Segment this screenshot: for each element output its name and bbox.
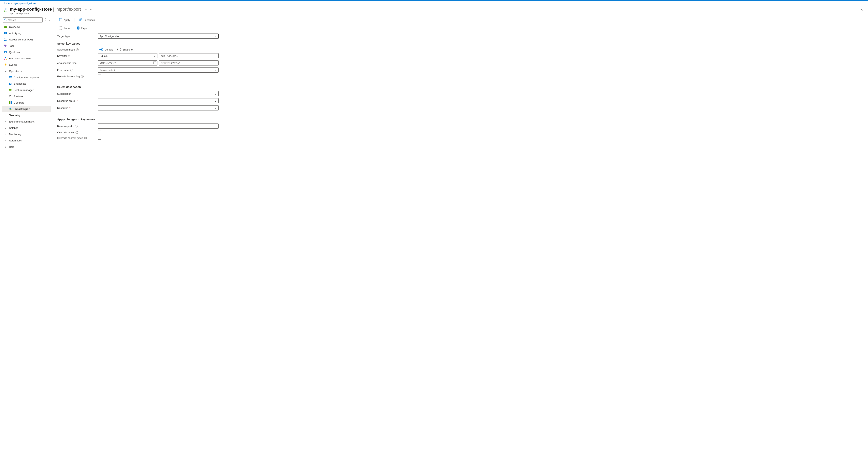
nav-compare[interactable]: Compare — [2, 99, 51, 106]
remove-prefix-label: Remove prefixi — [57, 125, 98, 128]
resource-group-select[interactable]: ⌄ — [98, 98, 219, 103]
import-export-icon — [3, 7, 8, 13]
info-icon[interactable]: i — [78, 62, 80, 64]
info-icon[interactable]: i — [70, 69, 73, 71]
favorite-star-icon[interactable]: ☆ — [85, 8, 87, 11]
sidebar: « Overview Activity log Access control (… — [2, 17, 51, 150]
breadcrumb-resource[interactable]: my-app-config-store — [13, 2, 36, 5]
override-labels-label: Override labelsi — [57, 131, 98, 134]
collapse-sidebar-icon[interactable]: « — [49, 18, 51, 22]
svg-point-6 — [4, 38, 5, 39]
svg-point-11 — [9, 76, 10, 77]
nav-settings[interactable]: › Settings — [2, 125, 51, 131]
radio-checked-icon — [76, 26, 80, 30]
date-input[interactable] — [98, 60, 157, 65]
nav-iam[interactable]: Access control (IAM) — [2, 36, 51, 42]
nav-restore[interactable]: Restore — [2, 93, 51, 99]
time-text[interactable] — [161, 62, 213, 64]
info-icon[interactable]: i — [81, 75, 84, 78]
selection-default-radio[interactable]: Default — [99, 48, 113, 51]
info-icon[interactable]: i — [75, 125, 78, 127]
activity-log-icon — [4, 32, 7, 35]
export-radio[interactable]: Export — [76, 26, 89, 30]
exclude-ff-label: Exclude feature flagi — [57, 75, 98, 78]
breadcrumb-home[interactable]: Home — [3, 2, 10, 5]
feedback-icon — [79, 18, 82, 22]
target-type-select[interactable]: App Configuration ⌄ — [98, 34, 219, 39]
nav-events[interactable]: Events — [2, 62, 51, 68]
chevron-down-icon: ⌄ — [215, 99, 217, 102]
nav-monitoring[interactable]: › Monitoring — [2, 131, 51, 137]
chevron-down-icon: ⌄ — [215, 35, 217, 38]
nav-config-explorer[interactable]: Configuration explorer — [2, 74, 51, 81]
feedback-button[interactable]: Feedback — [78, 18, 96, 22]
at-time-label: At a specific timei — [57, 62, 98, 64]
subscription-label: Subscription * — [57, 92, 98, 95]
from-label-label: From labeli — [57, 69, 98, 72]
nav-overview[interactable]: Overview — [2, 24, 51, 30]
import-radio[interactable]: Import — [59, 26, 71, 30]
page-title-section: Import/export — [55, 7, 81, 12]
date-text[interactable] — [100, 62, 152, 64]
svg-point-24 — [80, 19, 81, 20]
svg-rect-2 — [4, 26, 7, 28]
target-type-value: App Configuration — [100, 35, 120, 38]
key-filter-input[interactable] — [159, 53, 219, 58]
nav-experimentation[interactable]: › Experimentation (New) — [2, 118, 51, 125]
key-filter-text[interactable] — [161, 55, 213, 57]
exclude-ff-checkbox[interactable] — [98, 74, 101, 78]
resource-label: Resource * — [57, 106, 98, 110]
nav-quick-start[interactable]: Quick start — [2, 49, 51, 55]
nav-operations[interactable]: ⌄ Operations — [2, 68, 51, 74]
nav-import-export[interactable]: Import/export — [2, 106, 51, 112]
nav-telemetry[interactable]: › Telemetry — [2, 112, 51, 118]
tags-icon — [4, 44, 7, 48]
nav-feature-manager[interactable]: Feature manager — [2, 87, 51, 93]
svg-rect-22 — [59, 18, 62, 21]
svg-rect-14 — [10, 78, 12, 78]
override-ct-checkbox[interactable] — [98, 136, 101, 140]
override-labels-checkbox[interactable] — [98, 131, 101, 134]
info-icon[interactable]: i — [84, 137, 87, 139]
calendar-icon[interactable] — [153, 61, 156, 65]
from-label-select[interactable]: Please select ⌄ — [98, 67, 219, 72]
info-icon[interactable]: i — [68, 55, 71, 57]
close-button[interactable]: ✕ — [858, 7, 865, 13]
expand-collapse-icon[interactable] — [44, 18, 47, 22]
sidebar-search[interactable] — [3, 18, 42, 23]
nav-label: Activity log — [9, 32, 50, 35]
subscription-select[interactable]: ⌄ — [98, 91, 219, 96]
svg-rect-12 — [10, 76, 12, 77]
nav-automation[interactable]: › Automation — [2, 137, 51, 144]
time-input[interactable] — [159, 60, 219, 65]
nav-label: Settings — [9, 126, 50, 129]
export-label: Export — [81, 27, 89, 30]
nav-label: Tags — [9, 44, 50, 48]
remove-prefix-input[interactable] — [98, 123, 219, 129]
nav-resource-visualizer[interactable]: Resource visualizer — [2, 55, 51, 62]
svg-point-7 — [6, 39, 6, 39]
chevron-down-icon: ⌄ — [215, 92, 217, 95]
svg-point-18 — [10, 90, 11, 90]
svg-rect-19 — [9, 101, 10, 104]
remove-prefix-text[interactable] — [100, 125, 213, 128]
main-content: Apply Feedback Import Export Target type — [51, 17, 868, 150]
breadcrumb: Home › my-app-config-store — [0, 1, 868, 6]
feature-manager-icon — [9, 88, 12, 92]
selection-snapshot-radio[interactable]: Snapshot — [117, 48, 133, 51]
resource-select[interactable]: ⌄ — [98, 105, 219, 111]
nav-snapshots[interactable]: Snapshots — [2, 81, 51, 87]
apply-button[interactable]: Apply — [58, 18, 71, 22]
chevron-right-icon: › — [4, 145, 7, 148]
nav-help[interactable]: › Help — [2, 144, 51, 150]
apply-label: Apply — [64, 19, 70, 22]
nav-activity-log[interactable]: Activity log — [2, 30, 51, 36]
nav-tags[interactable]: Tags — [2, 42, 51, 49]
key-filter-operator-select[interactable]: Equals ⌄ — [98, 53, 157, 58]
selection-default-label: Default — [104, 48, 113, 51]
sidebar-search-input[interactable] — [8, 19, 41, 22]
info-icon[interactable]: i — [76, 48, 79, 51]
snapshots-icon — [9, 82, 12, 85]
more-actions-icon[interactable]: ⋯ — [90, 8, 93, 11]
info-icon[interactable]: i — [75, 131, 78, 134]
